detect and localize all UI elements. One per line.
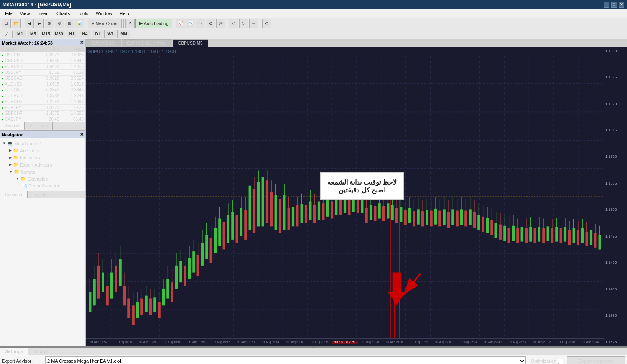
market-watch-row[interactable]: ● EURAUD1.37361.3748 <box>0 93 85 99</box>
svg-rect-174 <box>395 208 398 223</box>
svg-rect-123 <box>288 208 290 230</box>
period-sep-1 <box>12 31 13 38</box>
nav-tab-favorites[interactable]: Favorites <box>28 191 55 198</box>
optimization-checkbox[interactable] <box>558 359 563 364</box>
market-watch-row[interactable]: ● EURUSD1.44511.4453 <box>0 64 85 70</box>
expert-select[interactable]: 2 MA Crosses Mega filter EA V1.ex4 <box>45 356 526 364</box>
nav-examples[interactable]: ▼ 📁 Examples <box>1 175 84 182</box>
indicator1-button[interactable]: 📈 <box>176 19 185 28</box>
svg-rect-45 <box>119 259 122 286</box>
chart-tab-eurusd-m2[interactable]: EURUSD,M2 (offline) <box>122 39 172 47</box>
indicator5-button[interactable]: ◎ <box>216 19 225 28</box>
tab-journal[interactable]: Journal <box>28 348 54 355</box>
nav-tab-common[interactable]: Common <box>0 191 28 198</box>
menu-file[interactable]: File <box>2 10 16 17</box>
right-scroll-button[interactable]: ▷ <box>239 19 248 28</box>
menu-window[interactable]: Window <box>92 10 115 17</box>
expert-properties-button[interactable]: Expert properties <box>567 356 625 364</box>
refresh-button[interactable]: ↺ <box>125 19 135 28</box>
svg-rect-204 <box>460 209 463 225</box>
indicator4-button[interactable]: ⊙ <box>206 19 215 28</box>
nav-expert-advisors[interactable]: ▶ 📁 Expert Advisors <box>1 161 84 168</box>
indicator3-button[interactable]: 〜 <box>196 19 205 28</box>
col-ask: Ask <box>61 46 85 52</box>
left-scroll-button[interactable]: ◁ <box>229 19 238 28</box>
market-watch-row[interactable]: ● GBPCHF1.45751.4585 <box>0 111 85 116</box>
svg-rect-198 <box>447 212 450 228</box>
menu-insert[interactable]: Insert <box>34 10 52 17</box>
period-d1[interactable]: D1 <box>92 30 104 38</box>
chart-type-button[interactable]: 📊 <box>75 19 84 28</box>
title-bar-text: MetaTrader 4 - [GBPUSD,M5] <box>3 2 71 8</box>
nav-root[interactable]: ▼ 💻 MetaTrader 4 <box>1 140 84 147</box>
time-1: 31 Aug 17:52 <box>87 341 111 344</box>
svg-rect-266 <box>594 233 596 248</box>
toolbar-separator-2 <box>86 19 86 28</box>
close-button[interactable]: ✕ <box>619 2 624 8</box>
period-m30[interactable]: M30 <box>53 30 65 38</box>
open-button[interactable]: 📂 <box>12 19 21 28</box>
minimize-button[interactable]: ─ <box>604 2 609 8</box>
nav-indicators[interactable]: ▶ 📁 Indicators <box>1 154 84 161</box>
market-watch-row[interactable]: ● AUDUSD1.05151.0518 <box>0 81 85 87</box>
tab-tick-chart[interactable]: Tick Chart <box>25 122 52 130</box>
svg-rect-220 <box>495 223 497 238</box>
chart-tab-eurusd-m1[interactable]: EURUSD,M1 <box>86 39 121 47</box>
menu-tools[interactable]: Tools <box>74 10 92 17</box>
line-tool[interactable]: ╱ <box>2 30 11 38</box>
period-mn[interactable]: MN <box>117 30 130 38</box>
nav-period-converter[interactable]: 📄 PeriodConverter <box>1 182 84 189</box>
new-button[interactable]: 🗋 <box>2 19 11 28</box>
symbol-cell: ● EURCHF <box>0 99 36 105</box>
menu-view[interactable]: View <box>17 10 33 17</box>
market-watch-title: Market Watch: 16:24:53 <box>2 40 53 46</box>
market-watch-row[interactable]: ● EURJPY120.21120.25 <box>0 105 85 111</box>
market-watch-row[interactable]: ● GBPUSD1.63391.6342 <box>0 58 85 64</box>
chart-tab-gbpusd-m5[interactable]: GBPUSD,M5 <box>173 39 208 47</box>
menu-charts[interactable]: Charts <box>53 10 73 17</box>
price-scale: 1.1530 1.1525 1.1520 1.1515 1.1510 1.150… <box>604 47 627 346</box>
period-w1[interactable]: W1 <box>104 30 117 38</box>
chart-scroll-button[interactable]: ↔ <box>249 19 258 28</box>
period-h4[interactable]: H4 <box>79 30 91 38</box>
period-m5[interactable]: M5 <box>27 30 39 38</box>
period-m15[interactable]: M15 <box>40 30 52 38</box>
time-4: 31 Aug 18:40 <box>160 341 185 344</box>
period-m1[interactable]: M1 <box>14 30 26 38</box>
restore-button[interactable]: □ <box>611 2 617 8</box>
market-watch-row[interactable]: ● CADJPY86.4386.49 <box>0 116 85 122</box>
market-watch-table: Symbol Bid Ask ● USDCHF0.89210.8925● GBP… <box>0 46 85 122</box>
menu-help[interactable]: Help <box>116 10 133 17</box>
grid-button[interactable]: ⊞ <box>65 19 74 28</box>
market-watch-row[interactable]: ● EURCHF1.28941.2897 <box>0 99 85 105</box>
market-watch-row[interactable]: ● USDCHF0.89210.8925 <box>0 52 85 58</box>
tab-settings[interactable]: Settings <box>0 348 28 355</box>
settings-button[interactable]: ⚙ <box>262 19 271 28</box>
symbol-cell: ● EURJPY <box>0 105 36 111</box>
svg-rect-101 <box>240 208 242 236</box>
back-button[interactable]: ◀ <box>25 19 34 28</box>
time-19: 31 Aug 23:12 <box>530 341 554 344</box>
navigator-close-icon[interactable]: ✕ <box>80 132 84 137</box>
nav-accounts-label: Accounts <box>20 148 39 153</box>
period-h1[interactable]: H1 <box>66 30 78 38</box>
navigator-header: Navigator ✕ <box>0 131 85 138</box>
tab-symbols[interactable]: Symbols <box>0 122 25 130</box>
market-watch-row[interactable]: ● EURGBP0.88430.8846 <box>0 87 85 93</box>
nav-tree: ▼ 💻 MetaTrader 4 ▶ 📁 Accounts ▶ 📁 Indica… <box>0 138 85 191</box>
svg-rect-157 <box>361 198 363 213</box>
nav-accounts[interactable]: ▶ 📁 Accounts <box>1 147 84 154</box>
market-watch-close-icon[interactable]: ✕ <box>80 40 84 46</box>
nav-scripts[interactable]: ▼ 📁 Scripts <box>1 168 84 175</box>
new-order-button[interactable]: + New Order <box>88 19 122 28</box>
autotrading-button[interactable]: ▶ AutoTrading <box>135 19 173 28</box>
direction-indicator: ● <box>2 77 4 81</box>
zoom-out-button[interactable]: ⊖ <box>55 19 64 28</box>
market-watch-row[interactable]: ● USDJPY83.1983.22 <box>0 70 85 76</box>
direction-indicator: ● <box>2 71 4 75</box>
forward-button[interactable]: ▶ <box>35 19 44 28</box>
chart-canvas[interactable]: GBPUSD,M5 1.1907 1.1908 1.1907 1.1908 1.… <box>86 47 627 346</box>
indicator2-button[interactable]: 📉 <box>186 19 195 28</box>
market-watch-row[interactable]: ● USDCAD0.96200.9624 <box>0 76 85 81</box>
zoom-in-button[interactable]: ⊕ <box>45 19 54 28</box>
